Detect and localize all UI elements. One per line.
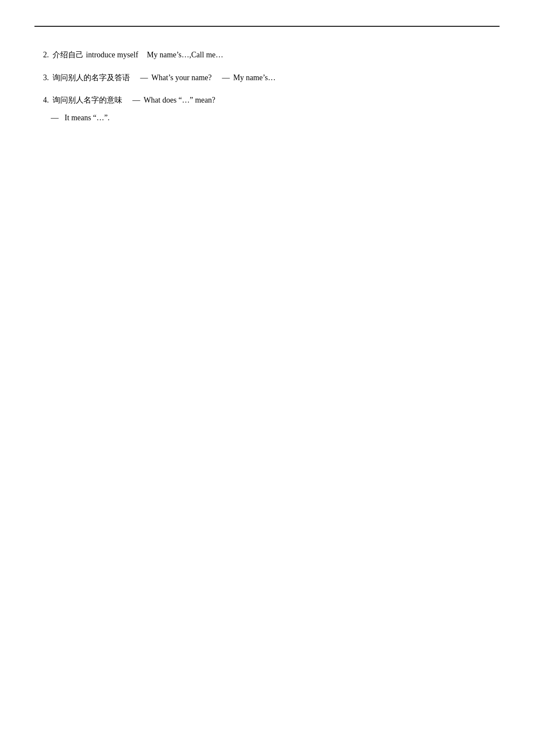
line2-zh: 介绍自己 [53,48,84,62]
line-3: 3. 询问别人的名字及答语 — What’s your name? — My n… [43,71,500,84]
line3-number: 3. [43,71,49,84]
line4-answer-text: It means “…”. [65,111,109,125]
line2-content: My name’s…,Call me… [147,48,223,62]
line-2: 2. 介绍自己 introduce myself My name’s…,Call… [43,48,500,62]
line2-en-phrase: introduce myself [86,48,138,62]
line-4: 4. 询问别人名字的意味 — What does “…” mean? [43,94,500,107]
line4-question: What does “…” mean? [144,94,215,107]
content-area: 2. 介绍自己 introduce myself My name’s…,Call… [34,48,500,124]
line3-dash1: — [140,71,148,84]
line3-zh: 询问别人的名字及答语 [53,71,130,84]
line3-dash2: — [222,71,230,84]
line4-dash1: — [133,94,140,107]
line3-answer: My name’s… [233,71,276,84]
line2-number: 2. [43,48,49,62]
top-divider [34,26,500,27]
line3-question: What’s your name? [152,71,212,84]
line4-answer-dash: — [51,111,59,125]
line4-number: 4. [43,94,49,107]
line-4-answer: — It means “…”. [43,111,500,125]
page: 2. 介绍自己 introduce myself My name’s…,Call… [0,0,534,756]
line4-zh: 询问别人名字的意味 [53,94,122,107]
